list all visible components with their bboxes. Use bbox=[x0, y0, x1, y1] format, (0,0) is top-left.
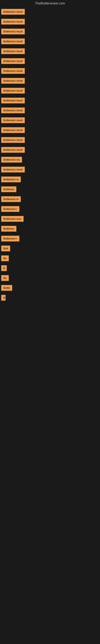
bottleneck-result-badge[interactable]: Bottleneck result bbox=[1, 167, 25, 172]
list-item: Bottleneck result bbox=[0, 164, 100, 174]
list-item: Bottleneck r bbox=[0, 204, 100, 214]
bottleneck-result-badge[interactable]: Bottleneck resu bbox=[1, 216, 24, 222]
bottleneck-result-badge[interactable]: Bottleneck result bbox=[1, 147, 25, 153]
list-item: Bottleneck result bbox=[0, 125, 100, 135]
bottleneck-result-badge[interactable]: B bbox=[1, 265, 7, 271]
list-item: Bottleneck r bbox=[0, 234, 100, 244]
bottleneck-result-badge[interactable]: Bottle bbox=[1, 285, 12, 291]
list-item: Bottleneck result bbox=[0, 56, 100, 66]
bottleneck-result-badge[interactable]: Bottlenec bbox=[1, 226, 16, 232]
list-item: Bottlenec bbox=[0, 184, 100, 194]
bottleneck-result-badge[interactable]: Bottleneck result bbox=[1, 88, 25, 94]
bottleneck-result-badge[interactable]: Bottleneck result bbox=[1, 98, 25, 104]
list-item: Bottleneck re bbox=[0, 194, 100, 204]
list-item: Bott bbox=[0, 244, 100, 253]
bottleneck-result-badge[interactable]: Bottleneck result bbox=[1, 68, 25, 74]
list-item: Bottleneck re bbox=[0, 174, 100, 184]
bottleneck-result-badge[interactable]: Bo bbox=[1, 275, 9, 281]
bottleneck-result-badge[interactable]: Bottleneck result bbox=[1, 48, 25, 54]
list-item: Bottleneck result bbox=[0, 26, 100, 36]
list-item: Bottleneck result bbox=[0, 145, 100, 155]
list-item: Bottleneck result bbox=[0, 66, 100, 76]
list-item: Bottleneck result bbox=[0, 7, 100, 17]
list-item: Bottle bbox=[0, 283, 100, 293]
bottleneck-result-badge[interactable]: Bottleneck result bbox=[1, 58, 25, 64]
bottleneck-result-badge[interactable]: Bottleneck result bbox=[1, 108, 25, 113]
list-item: Bottleneck result bbox=[0, 46, 100, 56]
list-item: Bo bbox=[0, 273, 100, 283]
list-item: Bottleneck result bbox=[0, 135, 100, 145]
list-item: B bbox=[0, 263, 100, 273]
bottleneck-result-badge[interactable]: Bottleneck result bbox=[1, 117, 25, 123]
bottleneck-result-badge[interactable]: Bottlenec bbox=[1, 186, 16, 192]
bottleneck-result-badge[interactable]: Bottleneck result bbox=[1, 78, 25, 84]
list-item: Bottleneck result bbox=[0, 96, 100, 106]
list-item: Bottleneck result bbox=[0, 17, 100, 26]
bottleneck-result-badge[interactable]: Bo bbox=[1, 256, 9, 261]
bottleneck-result-badge[interactable]: Bottleneck r bbox=[1, 236, 19, 242]
page-title: TheBottlenecker.com bbox=[0, 0, 100, 7]
bottleneck-result-badge[interactable]: Bottleneck re bbox=[1, 196, 21, 202]
bottleneck-result-badge[interactable]: Bottleneck result bbox=[1, 127, 25, 133]
list-item: Bo bbox=[0, 253, 100, 263]
list-item: B bbox=[0, 293, 100, 303]
bottleneck-result-badge[interactable]: Bottleneck result bbox=[1, 137, 25, 143]
bottleneck-result-badge[interactable]: Bottleneck result bbox=[1, 19, 25, 24]
list-item: Bottleneck result bbox=[0, 76, 100, 86]
bottleneck-result-badge[interactable]: Bottleneck result bbox=[1, 9, 25, 15]
list-item: Bottleneck res bbox=[0, 155, 100, 164]
bottleneck-result-badge[interactable]: B bbox=[1, 295, 6, 301]
bottleneck-result-badge[interactable]: Bottleneck res bbox=[1, 157, 22, 162]
bottleneck-result-badge[interactable]: Bottleneck result bbox=[1, 38, 25, 44]
bottleneck-result-badge[interactable]: Bottleneck r bbox=[1, 206, 19, 212]
bottleneck-result-badge[interactable]: Bott bbox=[1, 246, 10, 251]
bottleneck-result-badge[interactable]: Bottleneck result bbox=[1, 28, 25, 34]
list-item: Bottlenec bbox=[0, 224, 100, 234]
list-item: Bottleneck result bbox=[0, 36, 100, 46]
list-item: Bottleneck result bbox=[0, 106, 100, 115]
bottleneck-result-badge[interactable]: Bottleneck re bbox=[1, 176, 21, 182]
list-item: Bottleneck result bbox=[0, 86, 100, 96]
list-item: Bottleneck resu bbox=[0, 214, 100, 224]
list-item: Bottleneck result bbox=[0, 115, 100, 125]
